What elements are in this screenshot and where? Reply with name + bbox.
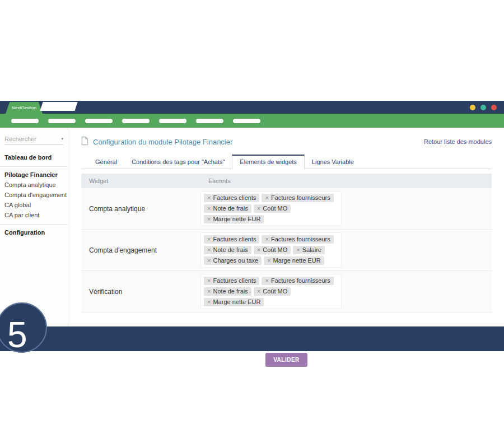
- column-header-elements: Elemnts: [200, 174, 239, 188]
- nav-menu-item-3[interactable]: [85, 119, 113, 123]
- page-title: Configuration du module Pilotage Financi…: [93, 138, 424, 146]
- sidebar-section-1: Tableau de bord: [0, 150, 68, 166]
- nav-menu-item-7[interactable]: [233, 119, 260, 123]
- tag-label: Note de frais: [213, 288, 248, 295]
- tag-chip-note-de-frais[interactable]: ×Note de frais: [204, 287, 251, 296]
- brand-ghost-shape: [40, 102, 77, 111]
- tag-chip-factures-fournisseurs[interactable]: ×Factures fournisseurs: [262, 194, 333, 202]
- remove-tag-icon[interactable]: ×: [265, 236, 268, 242]
- elements-cell: ×Factures clients×Factures fournisseurs×…: [200, 188, 492, 229]
- tag-chip-marge-nette-eur[interactable]: ×Marge nette EUR: [264, 256, 324, 265]
- nav-menu-item-1[interactable]: [11, 119, 39, 123]
- page-header: Configuration du module Pilotage Financi…: [81, 137, 492, 147]
- remove-tag-icon[interactable]: ×: [207, 216, 211, 222]
- sidebar-item-compta-d-engagement[interactable]: Compta d'engagement: [0, 190, 68, 200]
- remove-tag-icon[interactable]: ×: [265, 194, 268, 201]
- tab-conditions-des-tags-pour-achats[interactable]: Conditions des tags pour "Achats": [124, 155, 232, 169]
- app-window: NextGestion Rechercher ▾ Tableau de bord…: [0, 101, 504, 351]
- table-row-verification: Vérification×Factures clients×Factures f…: [81, 271, 492, 312]
- table-header-row: Widget Elemnts: [81, 174, 492, 188]
- remove-tag-icon[interactable]: ×: [207, 298, 211, 305]
- tag-chip-factures-clients[interactable]: ×Factures clients: [204, 235, 259, 244]
- remove-tag-icon[interactable]: ×: [207, 236, 211, 242]
- sidebar-item-pilotage-financier[interactable]: Pilotage Financier: [0, 170, 68, 180]
- remove-tag-icon[interactable]: ×: [207, 205, 211, 212]
- tab-elements-de-widgets[interactable]: Élements de widgets: [232, 155, 305, 169]
- remove-tag-icon[interactable]: ×: [267, 257, 270, 264]
- remove-tag-icon[interactable]: ×: [207, 257, 211, 264]
- nav-menu-item-2[interactable]: [48, 119, 76, 123]
- tag-chip-factures-clients[interactable]: ×Factures clients: [204, 277, 259, 285]
- tag-label: Marge nette EUR: [213, 216, 260, 222]
- remove-tag-icon[interactable]: ×: [265, 277, 268, 284]
- main-menubar: [0, 114, 504, 128]
- tags-input[interactable]: ×Factures clients×Factures fournisseurs×…: [200, 191, 342, 226]
- sidebar: Rechercher ▾ Tableau de bordPilotage Fin…: [0, 128, 68, 326]
- remove-tag-icon[interactable]: ×: [207, 246, 211, 253]
- remove-tag-icon[interactable]: ×: [257, 288, 260, 295]
- column-header-widget: Widget: [81, 174, 200, 188]
- tag-chip-factures-clients[interactable]: ×Factures clients: [204, 194, 259, 202]
- remove-tag-icon[interactable]: ×: [207, 288, 211, 295]
- nav-menu-item-5[interactable]: [159, 119, 186, 123]
- sidebar-item-configuration[interactable]: Configuration: [0, 227, 68, 237]
- remove-tag-icon[interactable]: ×: [207, 277, 211, 284]
- tag-chip-factures-fournisseurs[interactable]: ×Factures fournisseurs: [262, 277, 333, 285]
- brand-tab[interactable]: NextGestion: [6, 102, 43, 114]
- tab-bar: GénéralConditions des tags pour "Achats"…: [81, 155, 492, 169]
- tag-label: Marge nette EUR: [273, 257, 321, 264]
- tag-label: Note de frais: [213, 205, 248, 212]
- widget-name: Vérification: [81, 288, 200, 296]
- nav-menu-item-4[interactable]: [122, 119, 150, 123]
- sidebar-section-2: Pilotage FinancierCompta analytiqueCompt…: [0, 166, 68, 224]
- search-input[interactable]: Rechercher ▾: [4, 136, 63, 145]
- remove-tag-icon[interactable]: ×: [296, 246, 300, 253]
- widget-name: Compta analytique: [81, 205, 200, 213]
- sidebar-item-ca-global[interactable]: CA global: [0, 200, 68, 210]
- tag-chip-note-de-frais[interactable]: ×Note de frais: [204, 246, 251, 254]
- tag-chip-cout-mo[interactable]: ×Coût MO: [254, 246, 291, 254]
- tag-chip-cout-mo[interactable]: ×Coût MO: [254, 204, 291, 213]
- tab-lignes-variable[interactable]: Lignes Variable: [305, 155, 361, 169]
- tag-label: Factures fournisseurs: [271, 194, 330, 201]
- tag-chip-charges-ou-taxe[interactable]: ×Charges ou taxe: [204, 256, 262, 265]
- widget-name: Compta d'engagement: [81, 246, 200, 254]
- tag-label: Salaire: [302, 246, 321, 253]
- tab-general[interactable]: Général: [88, 155, 124, 169]
- tag-chip-cout-mo[interactable]: ×Coût MO: [254, 287, 291, 296]
- tags-input[interactable]: ×Factures clients×Factures fournisseurs×…: [200, 232, 342, 268]
- tag-chip-note-de-frais[interactable]: ×Note de frais: [204, 204, 251, 213]
- sidebar-section-3: Configuration: [0, 224, 68, 241]
- elements-cell: ×Factures clients×Factures fournisseurs×…: [200, 271, 492, 312]
- brand-label: NextGestion: [12, 105, 36, 110]
- tag-label: Factures clients: [213, 236, 256, 242]
- remove-tag-icon[interactable]: ×: [257, 246, 260, 253]
- step-number: 5: [7, 317, 27, 353]
- document-icon: [81, 136, 88, 148]
- dot-yellow[interactable]: [470, 105, 475, 110]
- tag-label: Note de frais: [213, 246, 248, 253]
- sidebar-item-compta-analytique[interactable]: Compta analytique: [0, 180, 68, 190]
- tags-input[interactable]: ×Factures clients×Factures fournisseurs×…: [200, 274, 342, 309]
- tag-label: Marge nette EUR: [213, 298, 260, 305]
- content-area: Rechercher ▾ Tableau de bordPilotage Fin…: [0, 128, 504, 326]
- dot-red[interactable]: [491, 105, 497, 110]
- tag-chip-salaire[interactable]: ×Salaire: [293, 246, 325, 254]
- search-placeholder: Rechercher: [4, 136, 36, 142]
- tag-chip-marge-nette-eur[interactable]: ×Marge nette EUR: [204, 215, 264, 223]
- window-controls: [470, 105, 497, 110]
- tag-label: Factures fournisseurs: [271, 236, 330, 242]
- remove-tag-icon[interactable]: ×: [207, 194, 211, 201]
- back-to-modules-link[interactable]: Retour liste des modules: [424, 138, 492, 145]
- dot-teal[interactable]: [480, 105, 486, 110]
- sidebar-item-ca-par-client[interactable]: CA par client: [0, 210, 68, 220]
- tag-chip-factures-fournisseurs[interactable]: ×Factures fournisseurs: [262, 235, 333, 244]
- table-row-compta-d-engagement: Compta d'engagement×Factures clients×Fac…: [81, 230, 492, 271]
- remove-tag-icon[interactable]: ×: [257, 205, 260, 212]
- tag-label: Factures clients: [213, 194, 256, 201]
- valider-button[interactable]: VALIDER: [265, 353, 307, 367]
- widgets-table: Widget Elemnts Compta analytique×Facture…: [81, 174, 492, 312]
- sidebar-item-tableau-de-bord[interactable]: Tableau de bord: [0, 152, 68, 162]
- nav-menu-item-6[interactable]: [196, 119, 223, 123]
- tag-chip-marge-nette-eur[interactable]: ×Marge nette EUR: [204, 298, 264, 306]
